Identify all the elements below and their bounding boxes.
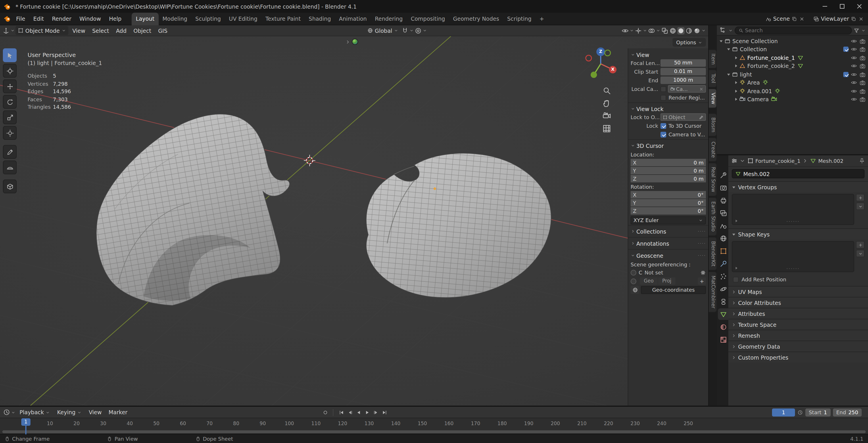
rotation-mode-dropdown[interactable]: XYZ Euler [630, 216, 706, 224]
collapsed-panel-header[interactable]: Attributes [728, 308, 868, 319]
menu-item[interactable]: Edit [29, 13, 48, 24]
properties-tab[interactable] [718, 169, 728, 181]
pin-icon[interactable] [859, 158, 865, 164]
timeline-scrollbar[interactable] [2, 430, 866, 433]
shading-material-icon[interactable] [685, 27, 693, 34]
sidebar-tab[interactable]: Earth Studio [709, 198, 717, 236]
eyedropper-icon[interactable] [699, 115, 704, 119]
editor-type-chevron-icon[interactable] [10, 28, 15, 33]
cursor-rotation-field[interactable]: X 0° [630, 191, 706, 199]
camera-to-view-checkbox[interactable] [660, 131, 666, 137]
tool-button[interactable] [3, 126, 17, 140]
workspace-tab[interactable]: Texture Paint [261, 12, 305, 25]
vertex-groups-list[interactable]: ······ [732, 194, 854, 225]
focal-length-field[interactable]: 50 mm [660, 59, 706, 67]
collapsed-panel-header[interactable]: Texture Space [728, 319, 868, 330]
mode-dropdown[interactable]: Object Mode [16, 26, 68, 35]
cursor-rotation-field[interactable]: Z 0° [630, 207, 706, 215]
outliner-row[interactable]: Collection [717, 45, 868, 54]
3d-cursor-panel-header[interactable]: 3D Cursor [630, 141, 706, 150]
disable-render-camera-icon[interactable] [859, 80, 866, 86]
expand-chevron-icon[interactable] [734, 64, 739, 69]
properties-tab[interactable] [718, 195, 728, 206]
proportional-edit-icon[interactable] [415, 27, 422, 34]
menu-item[interactable]: Help [105, 13, 125, 24]
collapsed-panel-header[interactable]: Remesh [728, 330, 868, 341]
properties-tab[interactable] [718, 334, 728, 345]
viewport-canvas[interactable] [0, 36, 708, 406]
mesh-name-input[interactable] [743, 171, 861, 177]
view-panel-header[interactable]: View [630, 50, 706, 59]
show-gizmo-icon[interactable] [634, 27, 642, 34]
unlink-scene-icon[interactable] [799, 16, 805, 22]
timeline-menu-item[interactable]: View [85, 409, 105, 415]
workspace-tab[interactable]: Layout [132, 12, 159, 25]
timeline-menu-item[interactable]: Marker [105, 409, 131, 415]
redo-panel-toggle[interactable] [345, 38, 358, 45]
playback-button[interactable] [345, 408, 354, 417]
shading-solid-icon[interactable] [677, 27, 685, 34]
shading-rendered-icon[interactable] [693, 27, 701, 34]
sidebar-tab[interactable]: Item [709, 50, 717, 69]
view-lock-panel-header[interactable]: View Lock [630, 104, 706, 113]
remove-view-layer-icon[interactable] [858, 16, 864, 22]
tool-button[interactable] [3, 95, 17, 109]
cursor-location-field[interactable]: Y 0 m [630, 167, 706, 174]
clip-start-field[interactable]: 0.01 m [660, 68, 706, 76]
menu-item[interactable]: Window [75, 13, 105, 24]
menu-item[interactable]: Render [48, 13, 75, 24]
viewport-menu-item[interactable]: GIS [155, 27, 171, 34]
disable-render-camera-icon[interactable] [859, 88, 866, 94]
camera-view-icon[interactable] [602, 112, 611, 120]
workspace-tab[interactable]: Compositing [407, 12, 449, 25]
shape-keys-list[interactable]: ······ [732, 241, 854, 272]
outliner-row[interactable]: Scene Collection [717, 37, 868, 45]
sidebar-tab[interactable]: MatCombiner [709, 271, 717, 313]
ortho-grid-icon[interactable] [602, 124, 611, 133]
geo-coordinates-button[interactable]: Geo-coordinates [641, 286, 706, 294]
navigation-gizmo[interactable]: Z X [582, 46, 619, 82]
disable-render-camera-icon[interactable] [859, 46, 866, 53]
clear-camera-icon[interactable] [699, 87, 704, 91]
expand-chevron-icon[interactable] [718, 38, 724, 44]
outliner-search[interactable] [735, 26, 852, 34]
disable-render-camera-icon[interactable] [859, 71, 866, 78]
view-layer-selector[interactable]: ViewLayer [813, 16, 864, 22]
collection-checkbox[interactable] [843, 72, 848, 77]
mesh-name-field[interactable] [732, 169, 865, 178]
hide-viewport-eye-icon[interactable] [851, 38, 857, 44]
list-filter-toggle-icon[interactable] [734, 218, 739, 223]
hide-viewport-eye-icon[interactable] [851, 71, 857, 78]
preview-range-icon[interactable] [797, 409, 803, 415]
collection-checkbox[interactable] [843, 47, 848, 52]
crs-radio[interactable] [630, 269, 636, 275]
overlays-icon[interactable] [648, 27, 655, 34]
add-shape-key-button[interactable] [856, 241, 865, 248]
outliner-editor-icon[interactable] [719, 26, 726, 34]
add-vertex-group-button[interactable] [856, 194, 865, 201]
overlays-chevron-icon[interactable] [656, 28, 660, 33]
collapsed-panel-header[interactable]: Geometry Data [728, 341, 868, 352]
outliner-row[interactable]: light [717, 70, 868, 79]
sidebar-tab[interactable]: Real Snow [709, 163, 717, 197]
options-button[interactable]: Options [673, 38, 706, 47]
gizmo-chevron-icon[interactable] [643, 28, 647, 33]
workspace-tab[interactable]: UV Editing [225, 12, 261, 25]
hide-viewport-eye-icon[interactable] [851, 96, 857, 103]
orientation-dropdown[interactable]: Global [365, 26, 401, 35]
outliner-row[interactable]: Fortune_cookie_1 [717, 54, 868, 62]
properties-editor-icon[interactable] [731, 158, 738, 164]
expand-chevron-icon[interactable] [734, 55, 739, 60]
sidebar-tab[interactable]: BlenderKit [709, 237, 717, 270]
timeline-menu-item[interactable]: Keying [54, 409, 85, 415]
search-input[interactable] [745, 27, 848, 33]
local-camera-checkbox[interactable] [660, 86, 666, 92]
disable-render-camera-icon[interactable] [859, 55, 866, 61]
add-crs-button[interactable]: + [698, 277, 706, 285]
sidebar-tab[interactable]: Create [709, 138, 717, 162]
playback-button[interactable] [380, 408, 389, 417]
shading-wireframe-icon[interactable] [669, 27, 677, 34]
fortune-cookie-left-mesh[interactable] [96, 114, 290, 305]
new-scene-icon[interactable] [792, 16, 797, 22]
timeline-menu-item[interactable]: Playback [16, 409, 54, 415]
